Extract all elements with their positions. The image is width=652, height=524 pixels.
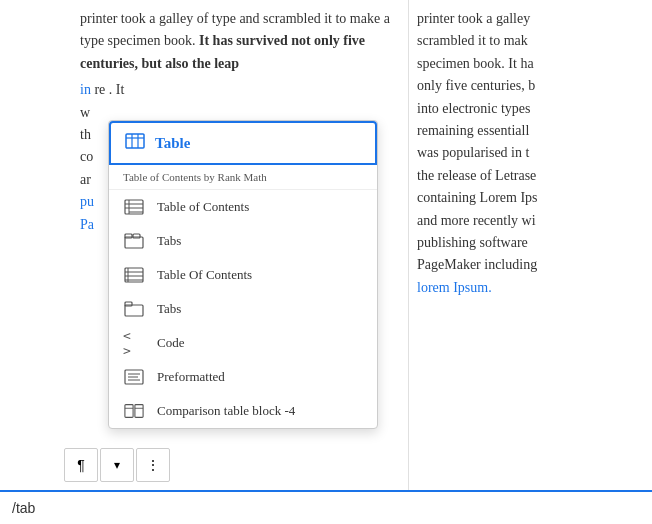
right-text-11: publishing software bbox=[417, 232, 636, 254]
dropdown-header-label: Table bbox=[155, 135, 190, 152]
tabs-icon bbox=[123, 232, 145, 250]
left-text-2: in re . It bbox=[80, 79, 392, 101]
dropdown-item-label-toc: Table of Contents bbox=[157, 199, 249, 215]
right-text-1: printer took a galley bbox=[417, 8, 636, 30]
dropdown-menu: Table Table of Contents by Rank Math Tab… bbox=[108, 120, 378, 429]
dropdown-item-toc2[interactable]: Table Of Contents bbox=[109, 258, 377, 292]
dropdown-item-label-toc2: Table Of Contents bbox=[157, 267, 252, 283]
left-text: printer took a galley of type and scramb… bbox=[80, 8, 392, 75]
dropdown-item-label-tabs: Tabs bbox=[157, 233, 181, 249]
code-icon: < > bbox=[123, 334, 145, 352]
dropdown-item-tabs2[interactable]: Tabs bbox=[109, 292, 377, 326]
right-column: printer took a galley scrambled it to ma… bbox=[408, 0, 652, 524]
bottom-toolbar: ¶ ▾ ⋮ bbox=[64, 448, 170, 482]
pu-link[interactable]: pu bbox=[80, 194, 94, 209]
dropdown-header[interactable]: Table bbox=[109, 121, 377, 165]
right-text-6: remaining essentiall bbox=[417, 120, 636, 142]
left-link-in[interactable]: in bbox=[80, 82, 91, 97]
lorem-ipsum-link[interactable]: lorem Ipsum. bbox=[417, 280, 492, 295]
dropdown-item-pre[interactable]: Preformatted bbox=[109, 360, 377, 394]
svg-rect-0 bbox=[126, 134, 144, 148]
right-text-8: the release of Letrase bbox=[417, 165, 636, 187]
dropdown-item-label-code: Code bbox=[157, 335, 184, 351]
pa-link[interactable]: Pa bbox=[80, 217, 94, 232]
right-text-4: only five centuries, b bbox=[417, 75, 636, 97]
right-text-12: PageMaker including bbox=[417, 254, 636, 276]
svg-rect-9 bbox=[125, 237, 143, 248]
right-text-7: was popularised in t bbox=[417, 142, 636, 164]
right-link-lorem[interactable]: lorem Ipsum. bbox=[417, 277, 636, 299]
right-text-3: specimen book. It ha bbox=[417, 53, 636, 75]
dropdown-item-toc[interactable]: Table of Contents bbox=[109, 190, 377, 224]
search-input-bar bbox=[0, 490, 652, 524]
dropdown-item-code[interactable]: < > Code bbox=[109, 326, 377, 360]
dropdown-item-label-pre: Preformatted bbox=[157, 369, 225, 385]
paragraph-button[interactable]: ¶ bbox=[64, 448, 98, 482]
right-text-5: into electronic types bbox=[417, 98, 636, 120]
dropdown-item-label-comparison: Comparison table block -4 bbox=[157, 403, 295, 419]
right-text-2: scrambled it to mak bbox=[417, 30, 636, 52]
dropdown-item-tabs[interactable]: Tabs bbox=[109, 224, 377, 258]
dropdown-item-label-tabs2: Tabs bbox=[157, 301, 181, 317]
dropdown-subtitle: Table of Contents by Rank Math bbox=[109, 165, 377, 190]
search-input[interactable] bbox=[12, 500, 640, 516]
tabs2-icon bbox=[123, 300, 145, 318]
comparison-icon bbox=[123, 402, 145, 420]
svg-rect-23 bbox=[125, 405, 133, 418]
right-text-10: and more recently wi bbox=[417, 210, 636, 232]
toc-icon bbox=[123, 198, 145, 216]
svg-rect-24 bbox=[135, 405, 143, 418]
content-area: printer took a galley of type and scramb… bbox=[0, 0, 652, 524]
more-options-button[interactable]: ⋮ bbox=[136, 448, 170, 482]
toc2-icon bbox=[123, 266, 145, 284]
pre-icon bbox=[123, 368, 145, 386]
dropdown-item-comparison[interactable]: Comparison table block -4 bbox=[109, 394, 377, 428]
svg-rect-17 bbox=[125, 305, 143, 316]
table-header-icon bbox=[125, 133, 145, 153]
right-text-9: containing Lorem Ips bbox=[417, 187, 636, 209]
chevron-down-button[interactable]: ▾ bbox=[100, 448, 134, 482]
